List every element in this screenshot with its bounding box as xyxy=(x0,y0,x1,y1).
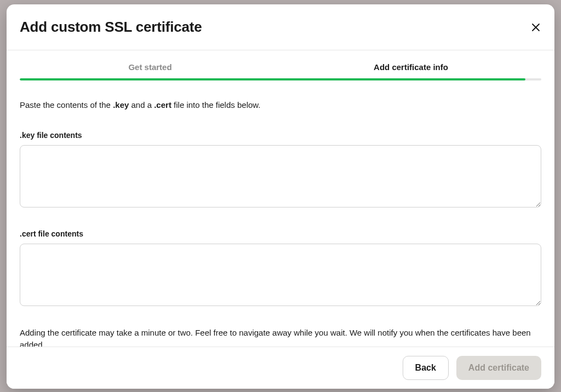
modal-footer: Back Add certificate xyxy=(7,347,554,389)
cert-file-label: .cert file contents xyxy=(20,229,541,238)
modal-body: Get started Add certificate info Paste t… xyxy=(7,50,554,347)
key-file-textarea[interactable] xyxy=(20,145,541,207)
close-icon xyxy=(531,23,540,32)
instruction-prefix: Paste the contents of the xyxy=(20,100,113,109)
instruction-mid: and a xyxy=(129,100,154,109)
instruction-suffix: file into the fields below. xyxy=(171,100,261,109)
stepper-tabs: Get started Add certificate info xyxy=(20,62,541,77)
modal-header: Add custom SSL certificate xyxy=(7,4,554,50)
instruction-key-ext: .key xyxy=(113,100,129,109)
instruction-text: Paste the contents of the .key and a .ce… xyxy=(20,99,541,111)
tab-get-started[interactable]: Get started xyxy=(20,62,280,77)
cert-file-textarea[interactable] xyxy=(20,244,541,306)
add-certificate-button[interactable]: Add certificate xyxy=(456,356,541,380)
note-text: Adding the certificate may take a minute… xyxy=(20,327,541,347)
modal-title: Add custom SSL certificate xyxy=(20,19,202,36)
back-button[interactable]: Back xyxy=(403,356,449,380)
progress-fill xyxy=(20,78,525,80)
progress-track xyxy=(20,78,541,80)
tab-add-certificate-info[interactable]: Add certificate info xyxy=(280,62,541,77)
ssl-certificate-modal: Add custom SSL certificate Get started A… xyxy=(7,4,554,389)
instruction-cert-ext: .cert xyxy=(154,100,171,109)
key-file-label: .key file contents xyxy=(20,131,541,140)
close-button[interactable] xyxy=(530,22,541,33)
